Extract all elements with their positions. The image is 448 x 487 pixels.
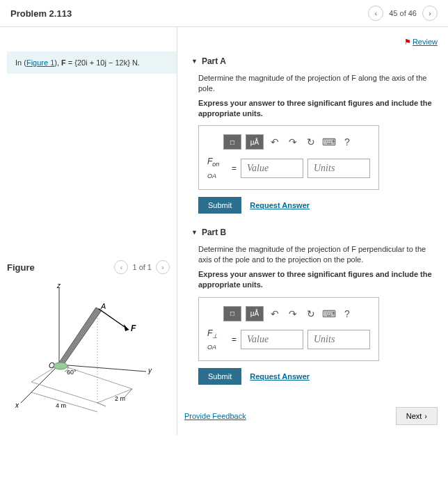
part-b-description: Determine the magnitude of the projectio… (198, 244, 438, 265)
reset-icon[interactable]: ↻ (304, 307, 318, 321)
part-a-body: Determine the magnitude of the projectio… (184, 73, 438, 226)
problem-intro: In (Figure 1), F = {20i + 10j − 12k} N. (7, 51, 177, 74)
svg-line-13 (97, 403, 106, 406)
review-bar: ⚑Review (184, 34, 438, 55)
problem-position: 45 of 46 (389, 9, 417, 17)
svg-line-2 (21, 365, 59, 403)
dim-2m: 2 m (115, 395, 125, 402)
axis-x: x (15, 401, 19, 409)
templates-button[interactable]: □ (223, 134, 241, 150)
figure-link[interactable]: Figure 1 (26, 58, 54, 67)
figure-header: Figure ‹ 1 of 1 › (0, 255, 177, 274)
figure-diagram: z y x A O F 60° 2 (0, 274, 177, 422)
part-a-submit-button[interactable]: Submit (198, 197, 241, 214)
undo-icon[interactable]: ↶ (268, 307, 282, 321)
part-a-value-input[interactable] (241, 159, 303, 178)
part-a-equation: Fon OA = (207, 157, 370, 179)
help-icon[interactable]: ? (340, 307, 354, 321)
part-b-toolbar: □ μÅ ↶ ↷ ↻ ⌨ ? (207, 306, 370, 321)
svg-line-5 (31, 382, 97, 403)
header: Problem 2.113 ‹ 45 of 46 › (0, 0, 448, 27)
intro-prefix: In ( (15, 58, 26, 67)
chevron-right-icon: › (424, 412, 427, 420)
collapse-icon: ▼ (191, 58, 198, 65)
collapse-icon: ▼ (191, 229, 198, 236)
keyboard-icon[interactable]: ⌨ (322, 307, 336, 321)
svg-marker-11 (124, 324, 129, 331)
units-button[interactable]: μÅ (246, 306, 264, 321)
figure-nav: ‹ 1 of 1 › (114, 260, 170, 274)
right-column: ⚑Review ▼ Part A Determine the magnitude… (177, 27, 448, 436)
problem-title: Problem 2.113 (10, 8, 72, 19)
figure-next-button[interactable]: › (156, 260, 170, 274)
next-button[interactable]: Next› (396, 407, 438, 425)
next-problem-button[interactable]: › (422, 6, 438, 21)
svg-marker-8 (58, 308, 102, 366)
axis-z: z (56, 282, 61, 289)
eq-sign: = (232, 335, 237, 344)
vector-F: F (131, 324, 136, 333)
flag-icon: ⚑ (404, 38, 411, 46)
reset-icon[interactable]: ↻ (304, 135, 318, 149)
problem-nav: ‹ 45 of 46 › (368, 6, 438, 21)
part-a-title: Part A (202, 56, 226, 66)
intro-rhs: {20i + 10j − 12k} (74, 58, 130, 67)
part-a-units-input[interactable] (307, 159, 370, 178)
review-link[interactable]: Review (413, 38, 438, 46)
figure-title: Figure (7, 262, 35, 273)
intro-unit: N. (130, 58, 140, 67)
svg-line-10 (99, 309, 129, 330)
part-b-title: Part B (202, 227, 226, 237)
angle-label: 60° (67, 369, 77, 376)
part-b-header[interactable]: ▼ Part B (184, 226, 438, 244)
units-button[interactable]: μÅ (246, 134, 264, 150)
undo-icon[interactable]: ↶ (268, 135, 282, 149)
intro-eq: = (66, 58, 75, 67)
part-a-toolbar: □ μÅ ↶ ↷ ↻ ⌨ ? (207, 134, 370, 150)
part-b-var: F⊥ OA (207, 328, 227, 351)
templates-button[interactable]: □ (223, 306, 241, 321)
part-b-submit-button[interactable]: Submit (198, 368, 241, 385)
part-a-answer-panel: □ μÅ ↶ ↷ ↻ ⌨ ? Fon OA = (198, 125, 379, 190)
svg-point-9 (54, 362, 67, 369)
part-a-request-answer[interactable]: Request Answer (250, 201, 310, 209)
provide-feedback-link[interactable]: Provide Feedback (184, 412, 246, 420)
dim-4m: 4 m (56, 402, 66, 409)
part-b-value-input[interactable] (241, 330, 303, 349)
part-a-instruction: Express your answer to three significant… (198, 98, 438, 119)
help-icon[interactable]: ? (340, 135, 354, 149)
part-b-units-input[interactable] (307, 330, 370, 349)
part-b-answer-panel: □ μÅ ↶ ↷ ↻ ⌨ ? F⊥ OA = (198, 297, 379, 362)
part-b-equation: F⊥ OA = (207, 328, 370, 351)
left-column: In (Figure 1), F = {20i + 10j − 12k} N. … (0, 27, 177, 436)
redo-icon[interactable]: ↷ (286, 135, 300, 149)
intro-F: F (61, 58, 66, 67)
point-A: A (100, 302, 106, 310)
figure-position: 1 of 1 (132, 263, 152, 271)
keyboard-icon[interactable]: ⌨ (322, 135, 336, 149)
redo-icon[interactable]: ↷ (286, 307, 300, 321)
eq-sign: = (232, 163, 237, 173)
part-a-var: Fon OA (207, 157, 227, 179)
figure-prev-button[interactable]: ‹ (114, 260, 128, 274)
part-b-instruction: Express your answer to three significant… (198, 269, 438, 290)
part-a-header[interactable]: ▼ Part A (184, 55, 438, 73)
intro-suffix: ), (54, 58, 61, 67)
part-b-request-answer[interactable]: Request Answer (250, 372, 310, 381)
axis-y: y (147, 367, 152, 374)
part-a-description: Determine the magnitude of the projectio… (198, 73, 438, 94)
prev-problem-button[interactable]: ‹ (368, 6, 383, 21)
part-b-body: Determine the magnitude of the projectio… (184, 244, 438, 397)
